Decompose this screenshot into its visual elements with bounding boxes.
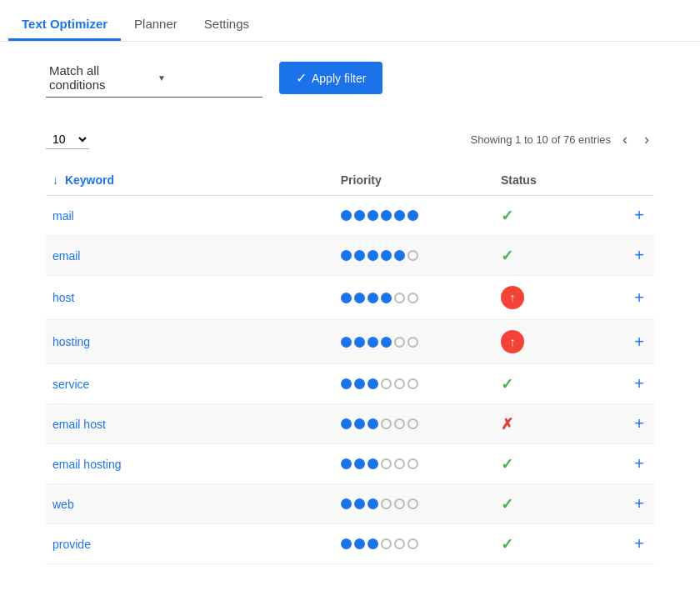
- keyword-link[interactable]: email: [52, 249, 80, 263]
- add-button[interactable]: +: [631, 206, 648, 225]
- priority-dots: [341, 337, 488, 348]
- status-check-icon: ✓: [501, 208, 513, 224]
- status-cell: ✓: [494, 196, 590, 236]
- add-button[interactable]: +: [631, 374, 648, 393]
- dot-filled: [394, 250, 405, 261]
- priority-dots: [341, 293, 488, 303]
- dot-filled: [341, 458, 352, 469]
- keyword-link[interactable]: host: [52, 291, 74, 304]
- condition-select[interactable]: Match all conditions ▼: [46, 58, 262, 98]
- dot-filled: [381, 250, 392, 261]
- priority-dots: [341, 458, 488, 469]
- dot-empty: [394, 337, 405, 348]
- dot-empty: [394, 378, 405, 389]
- nav-text-optimizer[interactable]: Text Optimizer: [8, 7, 121, 41]
- dot-filled: [341, 337, 352, 348]
- keyword-link[interactable]: email host: [52, 418, 106, 431]
- status-cell: ↑: [494, 320, 590, 364]
- dot-empty: [394, 293, 405, 303]
- dot-filled: [354, 337, 365, 348]
- status-check-icon: ✓: [501, 496, 513, 513]
- dot-filled: [381, 293, 392, 303]
- dot-filled: [368, 538, 378, 549]
- filter-row: Match all conditions ▼ ✓ Apply filter: [46, 58, 654, 106]
- add-button[interactable]: +: [631, 414, 648, 433]
- condition-label: Match all conditions: [49, 63, 151, 92]
- table-controls: 10 25 50 100 Showing 1 to 10 of 76 entri…: [46, 123, 654, 157]
- dot-empty: [381, 418, 392, 429]
- status-check-icon: ✓: [501, 248, 513, 264]
- dot-empty: [381, 538, 392, 549]
- status-error-icon: ✗: [501, 416, 513, 433]
- table-row: host↑+: [46, 276, 654, 320]
- nav-planner[interactable]: Planner: [121, 7, 191, 41]
- dot-filled: [408, 210, 418, 221]
- main-nav: Text Optimizer Planner Settings: [0, 0, 700, 42]
- dot-empty: [408, 458, 418, 469]
- dot-filled: [354, 250, 365, 261]
- col-header-keyword: ↓ Keyword: [46, 165, 334, 196]
- nav-settings[interactable]: Settings: [191, 7, 262, 41]
- status-cell: ✓: [494, 484, 590, 524]
- dot-empty: [394, 498, 405, 509]
- dot-filled: [381, 337, 392, 348]
- dot-empty: [394, 418, 405, 429]
- keyword-link[interactable]: provide: [52, 538, 91, 551]
- pagination: Showing 1 to 10 of 76 entries ‹ ›: [471, 129, 654, 150]
- dot-empty: [394, 458, 405, 469]
- priority-dots: [341, 418, 488, 429]
- status-cell: ✗: [494, 404, 590, 444]
- add-button[interactable]: +: [631, 246, 648, 265]
- dot-filled: [394, 210, 405, 221]
- content-area: Match all conditions ▼ ✓ Apply filter 10…: [0, 42, 700, 581]
- add-button[interactable]: +: [631, 288, 648, 308]
- dot-filled: [354, 293, 365, 303]
- dot-empty: [408, 378, 418, 389]
- apply-filter-button[interactable]: ✓ Apply filter: [279, 62, 382, 94]
- next-page-button[interactable]: ›: [639, 129, 654, 150]
- keywords-table: ↓ Keyword Priority Status mail✓+email✓+h…: [46, 165, 654, 564]
- dot-filled: [354, 210, 365, 221]
- dot-filled: [368, 378, 378, 389]
- priority-dots: [341, 378, 488, 389]
- dot-filled: [368, 458, 378, 469]
- keyword-link[interactable]: mail: [52, 209, 74, 223]
- add-button[interactable]: +: [631, 534, 648, 553]
- col-header-priority: Priority: [334, 165, 494, 196]
- status-cell: ✓: [494, 524, 590, 564]
- prev-page-button[interactable]: ‹: [618, 129, 632, 150]
- priority-dots: [341, 498, 488, 509]
- priority-dots: [341, 210, 488, 221]
- table-header-row: ↓ Keyword Priority Status: [46, 165, 654, 196]
- keyword-link[interactable]: web: [52, 498, 74, 511]
- table-row: service✓+: [46, 364, 654, 404]
- table-row: email✓+: [46, 236, 654, 276]
- keyword-link[interactable]: hosting: [52, 335, 90, 348]
- add-button[interactable]: +: [631, 454, 648, 473]
- col-header-action: [590, 165, 654, 196]
- dot-empty: [408, 250, 418, 261]
- add-button[interactable]: +: [631, 333, 648, 352]
- add-button[interactable]: +: [631, 494, 648, 513]
- dot-filled: [368, 250, 378, 261]
- dot-filled: [354, 378, 365, 389]
- status-check-icon: ✓: [501, 536, 513, 553]
- dot-empty: [381, 458, 392, 469]
- table-row: hosting↑+: [46, 320, 654, 364]
- status-cell: ↑: [494, 276, 590, 320]
- dot-empty: [408, 538, 418, 549]
- dot-empty: [394, 538, 405, 549]
- keyword-link[interactable]: email hosting: [52, 458, 122, 471]
- dot-filled: [368, 418, 378, 429]
- dot-empty: [381, 378, 392, 389]
- table-row: email hosting✓+: [46, 444, 654, 484]
- priority-dots: [341, 250, 488, 261]
- keyword-link[interactable]: service: [52, 378, 89, 391]
- dot-filled: [341, 538, 352, 549]
- table-row: web✓+: [46, 484, 654, 524]
- dot-empty: [408, 337, 418, 348]
- col-header-status: Status: [494, 165, 590, 196]
- table-row: email host✗+: [46, 404, 654, 444]
- dot-filled: [341, 418, 352, 429]
- per-page-select[interactable]: 10 25 50 100: [46, 130, 89, 149]
